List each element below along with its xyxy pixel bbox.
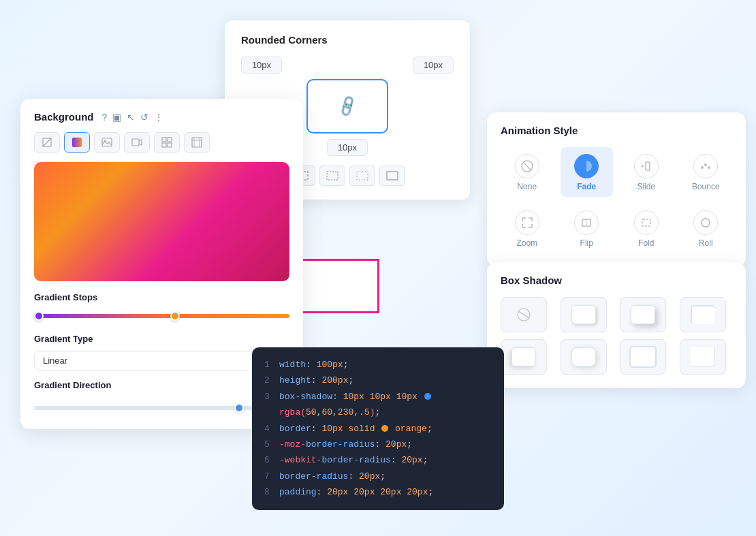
svg-rect-27: [642, 219, 650, 226]
dir-slider-track[interactable]: [34, 406, 253, 410]
anim-zoom[interactable]: Zoom: [501, 204, 554, 253]
code-line-1: 1 width: 100px;: [264, 357, 492, 373]
shadow-s1[interactable]: [561, 297, 607, 332]
border-btn-3[interactable]: [349, 165, 375, 186]
shadow-s5-preview: [571, 347, 596, 366]
bg-type-frame[interactable]: [184, 132, 210, 153]
rc-top-left-input[interactable]: 10px: [241, 57, 282, 74]
rc-preview-box: 🔗: [306, 79, 388, 133]
shadow-grid: [501, 297, 732, 375]
shadow-s6[interactable]: [620, 339, 666, 375]
dir-track-row: 320deg: [34, 403, 289, 413]
stop-purple[interactable]: [34, 311, 44, 321]
shadow-none[interactable]: [501, 297, 547, 332]
shadow-s3[interactable]: [680, 297, 726, 332]
rounded-corners-title: Rounded Corners: [241, 34, 454, 46]
shadow-s2[interactable]: [620, 297, 666, 332]
cursor-icon[interactable]: ↖: [127, 112, 135, 123]
shadow-s7-preview: [691, 347, 715, 366]
code-line-2: 2 height: 200px;: [264, 373, 492, 388]
shadow-s2-preview: [631, 305, 655, 324]
undo-icon[interactable]: ↺: [140, 112, 148, 123]
gradient-preview: [34, 162, 289, 281]
anim-none[interactable]: None: [501, 147, 554, 197]
svg-point-22: [701, 166, 704, 169]
gradient-type-label: Gradient Type: [34, 334, 289, 344]
dir-slider-thumb[interactable]: [234, 403, 244, 413]
gradient-stops-row[interactable]: [34, 309, 289, 323]
bg-type-grid[interactable]: [154, 132, 180, 153]
anim-roll-icon: [693, 210, 718, 235]
box-shadow-panel: Box Shadow: [487, 262, 746, 388]
link-icon: 🔗: [335, 94, 360, 119]
svg-rect-9: [132, 139, 139, 146]
header-icons-group: ? ▣ ↖ ↺ ⋮: [102, 112, 164, 123]
gradient-type-section: Gradient Type Linear: [34, 334, 289, 371]
anim-none-icon: [515, 154, 539, 178]
svg-rect-2: [357, 172, 368, 180]
more-icon[interactable]: ⋮: [154, 112, 163, 123]
svg-point-24: [708, 166, 710, 169]
code-line-7: 7 border-radius: 20px;: [264, 469, 492, 484]
shadow-none-icon: [511, 305, 536, 324]
anim-fade[interactable]: Fade: [561, 147, 614, 197]
bg-type-none[interactable]: [34, 132, 60, 153]
svg-rect-7: [102, 138, 112, 146]
shadow-s5[interactable]: [561, 339, 607, 375]
anim-zoom-icon: [515, 210, 539, 235]
gradient-dir-label: Gradient Direction: [34, 380, 111, 390]
gradient-dir-section: Gradient Direction ? ↺ ⋮ 320deg: [34, 380, 289, 413]
bg-type-buttons: [34, 132, 289, 153]
code-line-5: 5 -moz-border-radius: 20px;: [264, 437, 492, 452]
anim-fade-label: Fade: [577, 182, 596, 191]
code-line-8: 8 padding: 20px 20px 20px 20px;: [264, 484, 492, 500]
shadow-s7[interactable]: [680, 339, 726, 375]
svg-line-19: [523, 162, 531, 170]
svg-line-4: [43, 138, 51, 146]
gradient-dir-header: Gradient Direction ? ↺ ⋮: [34, 380, 289, 397]
anim-flip-icon: [574, 210, 599, 235]
background-panel-title: Background: [34, 111, 94, 123]
box-shadow-title: Box Shadow: [501, 274, 732, 286]
animation-style-panel: Animation Style None Fade Slide Bounce: [487, 112, 746, 267]
svg-rect-14: [192, 138, 202, 147]
shadow-s6-preview: [631, 347, 655, 366]
bg-type-image[interactable]: [94, 132, 120, 153]
layers-icon[interactable]: ▣: [112, 112, 121, 123]
anim-slide[interactable]: Slide: [620, 147, 673, 197]
stop-orange[interactable]: [170, 311, 180, 321]
anim-fold[interactable]: Fold: [620, 204, 673, 253]
help-icon[interactable]: ?: [102, 112, 108, 123]
shadow-s4[interactable]: [501, 339, 547, 375]
gradient-type-dropdown[interactable]: Linear: [34, 351, 289, 371]
anim-roll[interactable]: Roll: [680, 204, 733, 253]
svg-rect-12: [162, 143, 166, 147]
svg-rect-3: [387, 172, 398, 180]
pink-border-box: [291, 259, 379, 313]
border-btn-4[interactable]: [379, 165, 405, 186]
anim-slide-label: Slide: [637, 182, 655, 191]
anim-flip[interactable]: Flip: [561, 204, 614, 253]
gradient-track[interactable]: [34, 314, 289, 318]
bg-type-video[interactable]: [124, 132, 150, 153]
background-panel-header: Background ? ▣ ↖ ↺ ⋮: [34, 111, 289, 123]
anim-bounce-label: Bounce: [692, 182, 720, 191]
rc-top-right-input[interactable]: 10px: [413, 57, 454, 74]
svg-rect-21: [646, 162, 650, 170]
anim-fade-icon: [574, 154, 599, 178]
anim-roll-label: Roll: [699, 238, 713, 248]
anim-fold-label: Fold: [638, 238, 654, 248]
anim-bounce[interactable]: Bounce: [680, 147, 733, 197]
shadow-s3-preview: [691, 305, 715, 324]
border-btn-2[interactable]: [319, 165, 345, 186]
gradient-stops-label: Gradient Stops: [34, 292, 289, 302]
svg-rect-6: [72, 138, 82, 147]
anim-flip-label: Flip: [580, 238, 593, 248]
animation-grid: None Fade Slide Bounce Zoom: [501, 147, 732, 253]
code-line-3: 3 box-shadow: 10px 10px 10px rgba(50,60,…: [264, 389, 492, 421]
bg-type-gradient[interactable]: [64, 132, 90, 153]
svg-point-23: [704, 163, 707, 166]
code-tooltip: 1 width: 100px; 2 height: 200px; 3 box-s…: [252, 347, 504, 510]
rc-bottom-input[interactable]: 10px: [327, 139, 368, 156]
svg-rect-11: [168, 138, 172, 142]
